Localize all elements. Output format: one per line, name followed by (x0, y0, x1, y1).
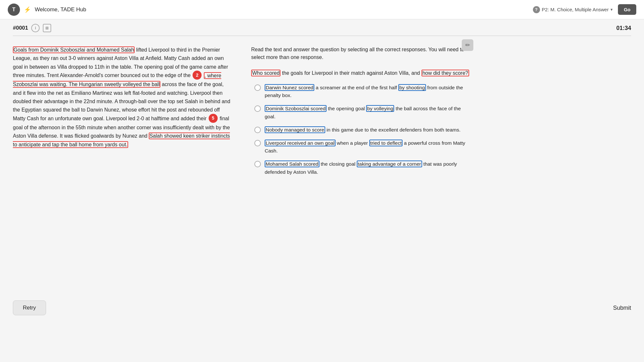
answer-text-5: Mohamed Salah scored the closing goal ta… (265, 160, 470, 176)
highlight-by-volleying: by volleying (366, 105, 394, 112)
highlight-darwin-scored: Darwin Nunez scored (265, 84, 314, 91)
answer-text-3: Nobody managed to score in this game due… (265, 126, 460, 134)
lightning-icon: ⚡ (24, 6, 31, 13)
annotation-box-2: , where Szoboszlai was waiting. The Hung… (13, 72, 221, 88)
answer-option-4: Liverpool received an own goal when a pl… (254, 139, 470, 155)
avatar: T (8, 4, 20, 16)
instruction-text: Read the text and answer the question by… (251, 46, 470, 61)
prompt-highlight-who-scored: Who scored (251, 70, 280, 76)
passage-text: Goals from Dominik Szoboszlai and Mohame… (13, 46, 232, 149)
go-button[interactable]: Go (618, 4, 636, 15)
footer: Retry Submit (0, 294, 644, 322)
highlight-salah-scored: Mohamed Salah scored (265, 161, 319, 167)
checkbox-1[interactable] (254, 84, 261, 91)
highlight-nobody-scored: Nobody managed to score (265, 126, 325, 133)
question-mode: ? P2: M. Choice, Multiple Answer ▾ (533, 6, 613, 13)
subheader-left: #0001 i ⊞ (13, 24, 51, 32)
annotation-box-3: Salah showed keen striker instincts to a… (13, 132, 230, 148)
edit-icon-container: ✏ (462, 39, 473, 51)
prompt-highlight-how: how did they score? (421, 70, 469, 76)
highlight-by-shooting: by shooting (398, 84, 426, 91)
header-title: Welcome, TADE Hub (35, 6, 86, 13)
checkbox-3[interactable] (254, 127, 261, 133)
timer: 01:34 (616, 25, 631, 32)
checkbox-4[interactable] (254, 140, 261, 146)
main-content: Goals from Dominik Szoboszlai and Mohame… (0, 36, 644, 294)
highlight-dominik-scored: Dominik Szoboszlai scored (265, 105, 327, 112)
submit-button[interactable]: Submit (613, 305, 631, 311)
grid-icon[interactable]: ⊞ (43, 24, 51, 32)
question-prompt: Who scored the goals for Liverpool in th… (251, 69, 470, 77)
answer-option-2: Dominik Szoboszlai scored the opening go… (254, 105, 470, 121)
question-id: #0001 (13, 25, 28, 31)
highlight-tried-to-deflect: tried to deflect (369, 140, 402, 146)
passage-panel: Goals from Dominik Szoboszlai and Mohame… (13, 46, 232, 284)
answer-option-3: Nobody managed to score in this game due… (254, 126, 470, 134)
answer-option-1: Darwin Nunez scored a screamer at the en… (254, 84, 470, 100)
mode-label: P2: M. Choice, Multiple Answer (542, 7, 609, 12)
help-icon[interactable]: ? (533, 6, 540, 13)
checkbox-2[interactable] (254, 105, 261, 112)
edit-icon[interactable]: ✏ (462, 39, 473, 51)
question-panel: ✏ Read the text and answer the question … (251, 46, 470, 284)
step-2-annotation: 2 (193, 71, 202, 80)
header-left: T ⚡ Welcome, TADE Hub (8, 4, 86, 16)
answer-text-1: Darwin Nunez scored a screamer at the en… (265, 84, 470, 100)
checkbox-5[interactable] (254, 161, 261, 167)
annotation-box-1: Goals from Dominik Szoboszlai and Mohame… (13, 46, 135, 53)
header-right: ? P2: M. Choice, Multiple Answer ▾ Go (533, 4, 636, 15)
retry-button[interactable]: Retry (13, 300, 46, 315)
chevron-down-icon[interactable]: ▾ (611, 7, 613, 12)
info-icon[interactable]: i (31, 24, 40, 32)
answer-text-2: Dominik Szoboszlai scored the opening go… (265, 105, 470, 121)
answer-options: Darwin Nunez scored a screamer at the en… (254, 84, 470, 176)
subheader: #0001 i ⊞ 01:34 (0, 19, 644, 32)
step-5-annotation: 5 (209, 114, 218, 123)
answer-option-5: Mohamed Salah scored the closing goal ta… (254, 160, 470, 176)
highlight-taking-advantage: taking advantage of a corner (357, 161, 422, 167)
header: T ⚡ Welcome, TADE Hub ? P2: M. Choice, M… (0, 0, 644, 19)
answer-text-4: Liverpool received an own goal when a pl… (265, 139, 470, 155)
highlight-liverpool-own-goal: Liverpool received an own goal (265, 140, 336, 146)
